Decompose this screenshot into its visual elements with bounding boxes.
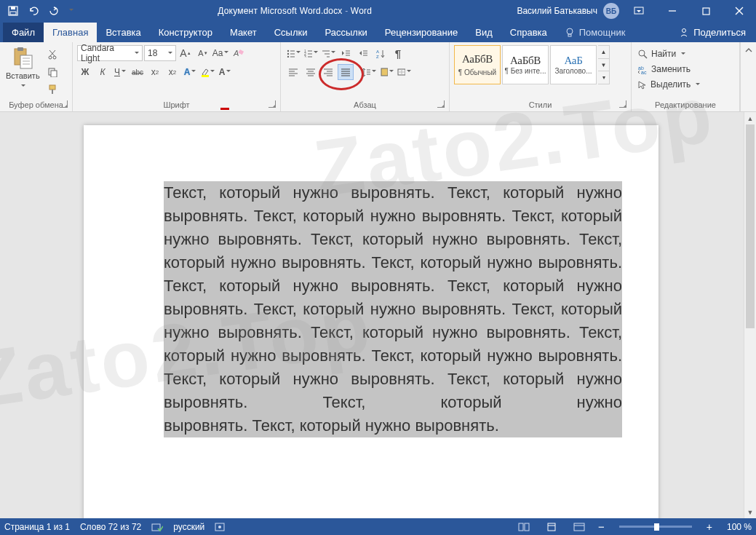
- style-normal[interactable]: АаБбВ¶ Обычный: [454, 45, 501, 84]
- tab-layout[interactable]: Макет: [221, 23, 266, 42]
- document-name: Документ Microsoft Word.docx: [218, 6, 342, 16]
- change-case-icon[interactable]: Aa: [212, 45, 228, 61]
- bold-button[interactable]: Ж: [77, 64, 93, 80]
- tab-view[interactable]: Вид: [466, 23, 501, 42]
- justify-icon[interactable]: [338, 64, 354, 80]
- align-center-icon[interactable]: [303, 64, 319, 80]
- line-spacing-icon[interactable]: [361, 64, 377, 80]
- gallery-expand-icon[interactable]: ▲▼▾: [598, 45, 610, 84]
- shrink-font-icon[interactable]: A▼: [195, 45, 211, 61]
- increase-indent-icon[interactable]: [355, 45, 371, 61]
- svg-point-76: [639, 50, 645, 56]
- svg-rect-83: [519, 523, 523, 531]
- page-indicator[interactable]: Страница 1 из 1: [4, 522, 70, 532]
- dialog-launcher-icon[interactable]: [268, 100, 276, 108]
- highlight-icon[interactable]: [199, 64, 215, 80]
- page[interactable]: Текст, который нужно выровнять. Текст, к…: [84, 125, 658, 518]
- decrease-indent-icon[interactable]: [338, 45, 354, 61]
- svg-point-17: [49, 56, 52, 59]
- read-mode-icon[interactable]: [515, 520, 533, 534]
- vertical-scrollbar[interactable]: ▲ ▼: [744, 112, 756, 518]
- font-name-select[interactable]: Candara Light: [77, 45, 143, 61]
- tab-home[interactable]: Главная: [44, 23, 97, 42]
- tab-review[interactable]: Рецензирование: [376, 23, 466, 42]
- print-layout-icon[interactable]: [543, 520, 560, 534]
- borders-icon[interactable]: [396, 64, 412, 80]
- clear-format-icon[interactable]: A: [230, 45, 246, 61]
- superscript-button[interactable]: x2: [164, 64, 180, 80]
- tab-mailings[interactable]: Рассылки: [316, 23, 375, 42]
- dialog-launcher-icon[interactable]: [60, 100, 68, 108]
- tab-references[interactable]: Ссылки: [266, 23, 317, 42]
- styles-gallery[interactable]: АаБбВ¶ Обычный АаБбВ¶ Без инте... АаБЗаг…: [454, 45, 610, 84]
- svg-text:Z: Z: [376, 55, 379, 58]
- macro-icon[interactable]: [215, 523, 225, 531]
- share-button[interactable]: Поделиться: [669, 23, 756, 42]
- spellcheck-icon[interactable]: [151, 522, 163, 532]
- scroll-up-icon[interactable]: ▲: [744, 112, 756, 124]
- align-left-icon[interactable]: [285, 64, 301, 80]
- collapse-ribbon-icon[interactable]: [740, 42, 756, 111]
- format-painter-icon[interactable]: [44, 82, 60, 98]
- lightbulb-icon: [565, 28, 575, 38]
- svg-rect-26: [238, 49, 244, 55]
- italic-button[interactable]: К: [95, 64, 111, 80]
- qat-customize-icon[interactable]: [65, 2, 76, 20]
- font-size-select[interactable]: 18: [144, 45, 176, 61]
- svg-rect-12: [17, 47, 23, 51]
- replace-icon: abac: [637, 65, 648, 74]
- tab-help[interactable]: Справка: [501, 23, 556, 42]
- scroll-thumb[interactable]: [746, 124, 755, 328]
- zoom-out-button[interactable]: −: [598, 520, 605, 533]
- web-layout-icon[interactable]: [570, 520, 588, 534]
- sort-icon[interactable]: AZ: [373, 45, 389, 61]
- scroll-down-icon[interactable]: ▼: [744, 506, 756, 518]
- align-right-icon[interactable]: [320, 64, 336, 80]
- strike-button[interactable]: abc: [130, 64, 146, 80]
- font-color-icon[interactable]: A: [217, 64, 233, 80]
- cut-icon[interactable]: [44, 47, 60, 63]
- zoom-slider[interactable]: [619, 526, 692, 528]
- svg-rect-27: [202, 75, 209, 77]
- language-indicator[interactable]: русский: [173, 522, 204, 532]
- maximize-button[interactable]: [689, 0, 723, 22]
- underline-button[interactable]: Ч: [112, 64, 128, 80]
- copy-icon[interactable]: [44, 64, 60, 80]
- svg-text:3: 3: [304, 55, 306, 58]
- save-icon[interactable]: [4, 2, 22, 20]
- tell-me[interactable]: Помощник: [556, 23, 634, 42]
- undo-icon[interactable]: [25, 2, 42, 20]
- find-button[interactable]: Найти: [636, 47, 687, 61]
- tab-file[interactable]: Файл: [3, 23, 44, 42]
- select-button[interactable]: Выделить: [636, 77, 701, 92]
- tab-design[interactable]: Конструктор: [150, 23, 221, 42]
- tab-insert[interactable]: Вставка: [97, 23, 149, 42]
- minimize-button[interactable]: [656, 0, 689, 22]
- shading-icon[interactable]: [378, 64, 394, 80]
- selected-text[interactable]: Текст, который нужно выровнять. Текст, к…: [164, 181, 622, 437]
- word-count[interactable]: Слово 72 из 72: [80, 522, 141, 532]
- style-heading1[interactable]: АаБЗаголово...: [550, 45, 597, 84]
- multilevel-icon[interactable]: [320, 45, 336, 61]
- dialog-launcher-icon[interactable]: [437, 100, 445, 108]
- text-effects-icon[interactable]: A: [182, 64, 198, 80]
- paste-button[interactable]: Вставить: [4, 45, 41, 92]
- svg-rect-5: [703, 8, 709, 15]
- redo-icon[interactable]: [45, 2, 63, 20]
- dialog-launcher-icon[interactable]: [619, 100, 626, 108]
- bullets-icon[interactable]: [285, 45, 301, 61]
- grow-font-icon[interactable]: A▲: [178, 45, 194, 61]
- svg-text:A: A: [376, 49, 379, 54]
- style-no-spacing[interactable]: АаБбВ¶ Без инте...: [502, 45, 549, 84]
- numbering-icon[interactable]: 123: [303, 45, 319, 61]
- zoom-in-button[interactable]: +: [707, 521, 712, 533]
- zoom-level[interactable]: 100 %: [727, 522, 752, 532]
- close-button[interactable]: [723, 0, 756, 22]
- ribbon-display-icon[interactable]: [622, 0, 656, 22]
- share-icon: [679, 28, 689, 38]
- group-font: Candara Light 18 A▲ A▼ Aa A Ж К Ч abc x2…: [73, 42, 281, 111]
- user-area[interactable]: Василий Батькавыч ВБ: [514, 3, 622, 19]
- subscript-button[interactable]: x2: [147, 64, 163, 80]
- show-marks-icon[interactable]: ¶: [390, 45, 406, 61]
- replace-button[interactable]: abacЗаменить: [636, 62, 692, 76]
